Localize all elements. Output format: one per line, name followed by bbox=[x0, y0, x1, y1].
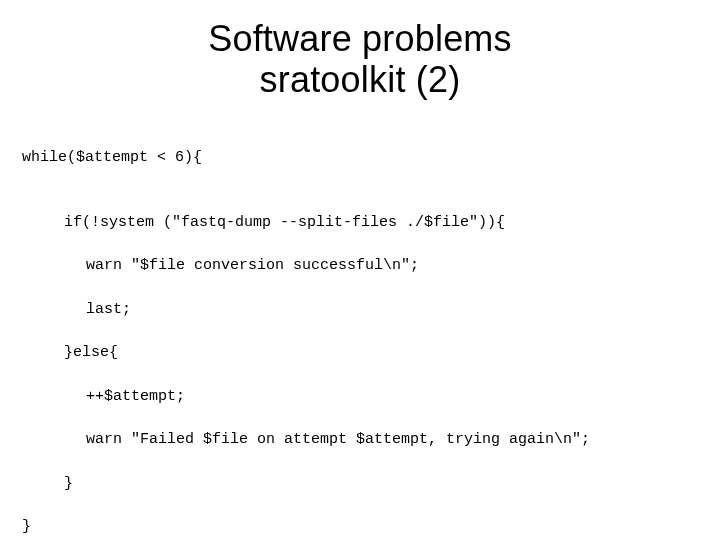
slide-title: Software problems sratoolkit (2) bbox=[0, 18, 720, 101]
code-line: } bbox=[22, 516, 720, 538]
slide: Software problems sratoolkit (2) while($… bbox=[0, 0, 720, 540]
code-line: while($attempt < 6){ bbox=[22, 147, 720, 169]
code-line: } bbox=[22, 473, 720, 495]
code-line: warn "Failed $file on attempt $attempt, … bbox=[22, 429, 720, 451]
code-line: warn "$file conversion successful\n"; bbox=[22, 255, 720, 277]
code-line: ++$attempt; bbox=[22, 386, 720, 408]
code-line: if(!system ("fastq-dump --split-files ./… bbox=[22, 212, 720, 234]
title-line-2: sratoolkit (2) bbox=[260, 59, 461, 100]
code-line: }else{ bbox=[22, 342, 720, 364]
title-line-1: Software problems bbox=[208, 18, 512, 59]
code-block: while($attempt < 6){ if(!system ("fastq-… bbox=[0, 125, 720, 540]
code-line: last; bbox=[22, 299, 720, 321]
